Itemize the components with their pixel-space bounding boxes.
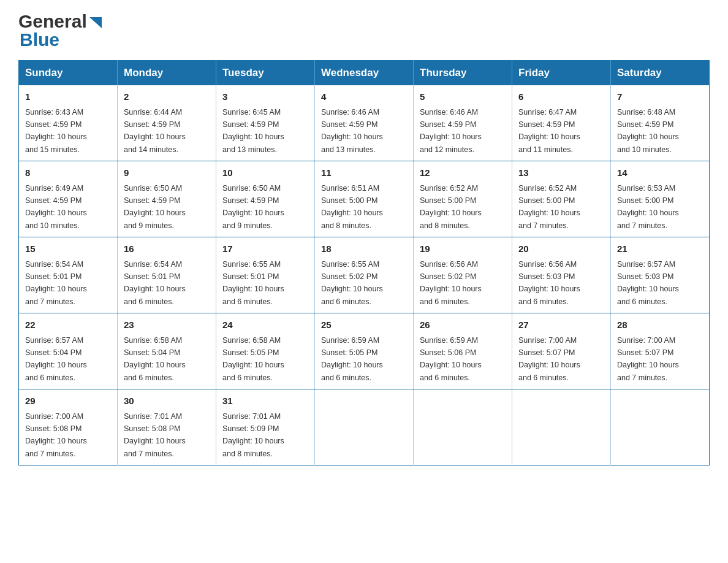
day-number: 11 — [321, 166, 407, 180]
day-number: 14 — [617, 166, 703, 180]
day-info: Sunrise: 6:48 AMSunset: 4:59 PMDaylight:… — [617, 108, 679, 154]
day-info: Sunrise: 6:46 AMSunset: 4:59 PMDaylight:… — [321, 108, 383, 154]
day-cell — [611, 389, 710, 465]
day-number: 7 — [617, 90, 703, 104]
day-number: 30 — [124, 394, 210, 408]
calendar-table: SundayMondayTuesdayWednesdayThursdayFrid… — [18, 60, 710, 465]
day-number: 8 — [25, 166, 111, 180]
day-info: Sunrise: 6:58 AMSunset: 5:04 PMDaylight:… — [124, 336, 186, 382]
week-row-5: 29 Sunrise: 7:00 AMSunset: 5:08 PMDaylig… — [19, 389, 710, 465]
day-number: 15 — [25, 242, 111, 256]
day-cell: 19 Sunrise: 6:56 AMSunset: 5:02 PMDaylig… — [414, 237, 512, 313]
day-info: Sunrise: 6:43 AMSunset: 4:59 PMDaylight:… — [25, 108, 87, 154]
day-info: Sunrise: 6:50 AMSunset: 4:59 PMDaylight:… — [222, 184, 284, 230]
day-info: Sunrise: 6:58 AMSunset: 5:05 PMDaylight:… — [222, 336, 284, 382]
day-info: Sunrise: 7:00 AMSunset: 5:07 PMDaylight:… — [518, 336, 580, 382]
day-info: Sunrise: 6:57 AMSunset: 5:04 PMDaylight:… — [25, 336, 87, 382]
day-info: Sunrise: 6:57 AMSunset: 5:03 PMDaylight:… — [617, 260, 679, 306]
day-number: 3 — [222, 90, 308, 104]
day-number: 2 — [124, 90, 210, 104]
day-cell: 3 Sunrise: 6:45 AMSunset: 4:59 PMDayligh… — [216, 85, 315, 161]
day-cell: 20 Sunrise: 6:56 AMSunset: 5:03 PMDaylig… — [512, 237, 611, 313]
header-tuesday: Tuesday — [216, 61, 315, 86]
day-info: Sunrise: 6:47 AMSunset: 4:59 PMDaylight:… — [518, 108, 580, 154]
week-row-1: 1 Sunrise: 6:43 AMSunset: 4:59 PMDayligh… — [19, 85, 710, 161]
day-cell — [414, 389, 512, 465]
day-number: 22 — [25, 318, 111, 332]
day-number: 25 — [321, 318, 407, 332]
day-info: Sunrise: 6:49 AMSunset: 4:59 PMDaylight:… — [25, 184, 87, 230]
day-info: Sunrise: 6:55 AMSunset: 5:01 PMDaylight:… — [222, 260, 284, 306]
day-number: 31 — [222, 394, 308, 408]
day-cell: 11 Sunrise: 6:51 AMSunset: 5:00 PMDaylig… — [315, 161, 414, 237]
header-saturday: Saturday — [611, 61, 710, 86]
day-cell: 2 Sunrise: 6:44 AMSunset: 4:59 PMDayligh… — [118, 85, 216, 161]
day-info: Sunrise: 6:50 AMSunset: 4:59 PMDaylight:… — [124, 184, 186, 230]
day-info: Sunrise: 7:01 AMSunset: 5:08 PMDaylight:… — [124, 412, 186, 458]
day-cell: 17 Sunrise: 6:55 AMSunset: 5:01 PMDaylig… — [216, 237, 315, 313]
logo-general-text: General — [18, 12, 87, 31]
day-number: 10 — [222, 166, 308, 180]
day-number: 13 — [518, 166, 604, 180]
day-cell: 23 Sunrise: 6:58 AMSunset: 5:04 PMDaylig… — [118, 313, 216, 389]
day-info: Sunrise: 7:01 AMSunset: 5:09 PMDaylight:… — [222, 412, 284, 458]
day-number: 9 — [124, 166, 210, 180]
day-number: 18 — [321, 242, 407, 256]
day-cell: 31 Sunrise: 7:01 AMSunset: 5:09 PMDaylig… — [216, 389, 315, 465]
day-info: Sunrise: 6:55 AMSunset: 5:02 PMDaylight:… — [321, 260, 383, 306]
day-cell: 16 Sunrise: 6:54 AMSunset: 5:01 PMDaylig… — [118, 237, 216, 313]
day-info: Sunrise: 6:59 AMSunset: 5:05 PMDaylight:… — [321, 336, 383, 382]
header-row: SundayMondayTuesdayWednesdayThursdayFrid… — [19, 61, 710, 86]
day-number: 27 — [518, 318, 604, 332]
day-info: Sunrise: 6:53 AMSunset: 5:00 PMDaylight:… — [617, 184, 679, 230]
day-info: Sunrise: 6:51 AMSunset: 5:00 PMDaylight:… — [321, 184, 383, 230]
day-cell: 7 Sunrise: 6:48 AMSunset: 4:59 PMDayligh… — [611, 85, 710, 161]
header-friday: Friday — [512, 61, 611, 86]
header-wednesday: Wednesday — [315, 61, 414, 86]
week-row-2: 8 Sunrise: 6:49 AMSunset: 4:59 PMDayligh… — [19, 161, 710, 237]
day-cell: 13 Sunrise: 6:52 AMSunset: 5:00 PMDaylig… — [512, 161, 611, 237]
day-info: Sunrise: 7:00 AMSunset: 5:07 PMDaylight:… — [617, 336, 679, 382]
day-number: 1 — [25, 90, 111, 104]
day-number: 6 — [518, 90, 604, 104]
day-cell: 6 Sunrise: 6:47 AMSunset: 4:59 PMDayligh… — [512, 85, 611, 161]
day-cell: 9 Sunrise: 6:50 AMSunset: 4:59 PMDayligh… — [118, 161, 216, 237]
day-cell: 28 Sunrise: 7:00 AMSunset: 5:07 PMDaylig… — [611, 313, 710, 389]
page-header: General Blue — [18, 12, 710, 49]
day-cell: 1 Sunrise: 6:43 AMSunset: 4:59 PMDayligh… — [19, 85, 118, 161]
day-number: 19 — [420, 242, 506, 256]
day-info: Sunrise: 6:54 AMSunset: 5:01 PMDaylight:… — [25, 260, 87, 306]
day-number: 28 — [617, 318, 703, 332]
day-cell: 24 Sunrise: 6:58 AMSunset: 5:05 PMDaylig… — [216, 313, 315, 389]
header-monday: Monday — [118, 61, 216, 86]
svg-marker-0 — [89, 17, 102, 28]
day-info: Sunrise: 6:56 AMSunset: 5:03 PMDaylight:… — [518, 260, 580, 306]
day-cell — [512, 389, 611, 465]
day-cell: 12 Sunrise: 6:52 AMSunset: 5:00 PMDaylig… — [414, 161, 512, 237]
day-cell: 29 Sunrise: 7:00 AMSunset: 5:08 PMDaylig… — [19, 389, 118, 465]
day-cell: 30 Sunrise: 7:01 AMSunset: 5:08 PMDaylig… — [118, 389, 216, 465]
day-info: Sunrise: 7:00 AMSunset: 5:08 PMDaylight:… — [25, 412, 87, 458]
day-number: 20 — [518, 242, 604, 256]
day-number: 29 — [25, 394, 111, 408]
logo-blue-text: Blue — [20, 29, 59, 50]
day-number: 23 — [124, 318, 210, 332]
day-number: 5 — [420, 90, 506, 104]
day-info: Sunrise: 6:56 AMSunset: 5:02 PMDaylight:… — [420, 260, 482, 306]
logo: General Blue — [18, 12, 102, 49]
day-cell — [315, 389, 414, 465]
day-number: 4 — [321, 90, 407, 104]
week-row-4: 22 Sunrise: 6:57 AMSunset: 5:04 PMDaylig… — [19, 313, 710, 389]
day-cell: 21 Sunrise: 6:57 AMSunset: 5:03 PMDaylig… — [611, 237, 710, 313]
day-cell: 10 Sunrise: 6:50 AMSunset: 4:59 PMDaylig… — [216, 161, 315, 237]
day-info: Sunrise: 6:46 AMSunset: 4:59 PMDaylight:… — [420, 108, 482, 154]
day-info: Sunrise: 6:59 AMSunset: 5:06 PMDaylight:… — [420, 336, 482, 382]
day-info: Sunrise: 6:54 AMSunset: 5:01 PMDaylight:… — [124, 260, 186, 306]
day-cell: 4 Sunrise: 6:46 AMSunset: 4:59 PMDayligh… — [315, 85, 414, 161]
day-cell: 25 Sunrise: 6:59 AMSunset: 5:05 PMDaylig… — [315, 313, 414, 389]
day-info: Sunrise: 6:52 AMSunset: 5:00 PMDaylight:… — [420, 184, 482, 230]
logo-triangle-icon — [89, 17, 102, 30]
day-cell: 18 Sunrise: 6:55 AMSunset: 5:02 PMDaylig… — [315, 237, 414, 313]
day-cell: 27 Sunrise: 7:00 AMSunset: 5:07 PMDaylig… — [512, 313, 611, 389]
day-cell: 5 Sunrise: 6:46 AMSunset: 4:59 PMDayligh… — [414, 85, 512, 161]
